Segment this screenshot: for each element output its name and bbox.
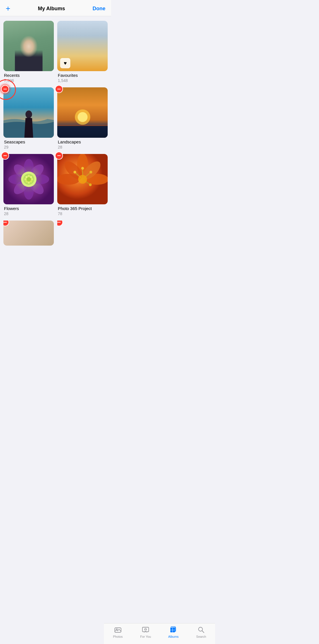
album-count: 28: [4, 211, 54, 216]
album-count: 78: [58, 211, 108, 216]
album-label: Photo 365 Project 78: [57, 206, 108, 216]
seascapes-artwork: [3, 87, 54, 138]
album-count: 1,548: [58, 78, 108, 83]
svg-point-26: [26, 177, 31, 181]
album-name: Recents: [4, 73, 54, 78]
svg-point-4: [78, 112, 88, 122]
svg-point-1: [25, 110, 32, 118]
album-thumbnail: [3, 21, 54, 71]
tab-bar: Photos For You Albums: [104, 623, 111, 644]
album-recents[interactable]: Recents 7,396: [3, 21, 54, 83]
page-title: My Albums: [38, 6, 65, 12]
album-name: Favourites: [58, 73, 108, 78]
svg-rect-5: [57, 126, 108, 138]
navigation-header: + My Albums Done: [0, 0, 111, 16]
delete-button[interactable]: [1, 152, 9, 160]
albums-grid: Recents 7,396 ♥ Favourites 1,548: [0, 16, 111, 254]
delete-button[interactable]: [55, 85, 63, 93]
album-label: Flowers 28: [3, 206, 54, 216]
add-button[interactable]: +: [6, 5, 10, 13]
svg-point-22: [28, 182, 30, 184]
album-seascapes[interactable]: Seascapes 29: [3, 87, 54, 149]
album-label: Landscapes 28: [57, 139, 108, 149]
album-partial-right[interactable]: [57, 221, 108, 249]
album-thumbnail: [3, 87, 54, 138]
photo365-artwork: [57, 154, 108, 204]
flowers-artwork: [3, 154, 54, 204]
album-favourites[interactable]: ♥ Favourites 1,548: [57, 21, 108, 83]
album-name: Seascapes: [4, 139, 54, 144]
album-thumbnail: [57, 221, 108, 246]
svg-point-37: [81, 167, 84, 170]
landscapes-artwork: [57, 87, 108, 138]
album-count: 7,396: [4, 78, 54, 83]
svg-point-40: [73, 171, 76, 174]
album-name: Flowers: [4, 206, 54, 211]
heart-badge: ♥: [60, 58, 70, 68]
delete-button[interactable]: [55, 152, 63, 160]
done-button[interactable]: Done: [93, 6, 105, 12]
svg-point-39: [89, 183, 92, 186]
svg-point-41: [78, 175, 87, 184]
album-label: Favourites 1,548: [57, 73, 108, 83]
svg-point-24: [24, 178, 27, 180]
svg-point-38: [89, 171, 92, 174]
svg-point-19: [28, 175, 30, 177]
album-thumbnail: [57, 154, 108, 204]
album-label: Seascapes 29: [3, 139, 54, 149]
delete-button[interactable]: [1, 85, 9, 93]
album-count: 29: [4, 145, 54, 149]
album-landscapes[interactable]: Landscapes 28: [57, 87, 108, 149]
album-thumbnail: [3, 154, 54, 204]
album-photo365[interactable]: Photo 365 Project 78: [57, 154, 108, 216]
album-thumbnail: [3, 221, 54, 246]
album-partial-left[interactable]: [3, 221, 54, 249]
album-name: Photo 365 Project: [58, 206, 108, 211]
album-name: Landscapes: [58, 139, 108, 144]
tab-photos[interactable]: Photos: [108, 626, 111, 638]
album-count: 28: [58, 145, 108, 149]
svg-point-25: [31, 178, 33, 180]
album-label: Recents 7,396: [3, 73, 54, 83]
album-thumbnail: ♥: [57, 21, 108, 71]
album-thumbnail: [57, 87, 108, 138]
album-flowers[interactable]: Flowers 28: [3, 154, 54, 216]
svg-rect-6: [57, 125, 108, 126]
